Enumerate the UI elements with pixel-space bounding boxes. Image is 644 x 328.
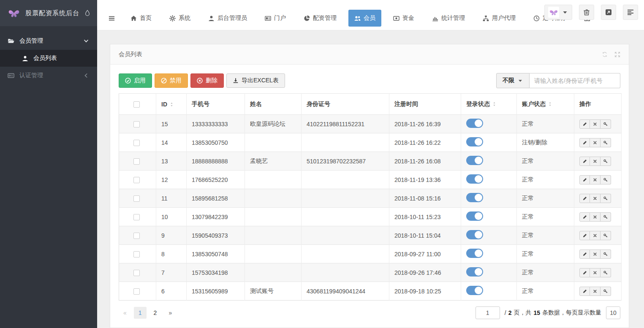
nav-item-label: 首页 [140,14,152,22]
col-header-1: 手机号 [187,94,245,115]
delete-button[interactable]: 删除 [190,73,224,88]
cell-account-status: 正常 [517,171,574,189]
login-toggle[interactable] [466,230,483,239]
edit-button[interactable] [579,138,590,147]
row-checkbox[interactable] [133,270,140,276]
row-checkbox[interactable] [133,140,140,146]
row-checkbox[interactable] [133,158,140,165]
row-checkbox[interactable] [133,251,140,258]
export-excel-button[interactable]: 导出EXCEL表 [226,73,285,88]
reset-password-button[interactable] [601,138,611,147]
toggle-knob [475,287,482,294]
row-checkbox[interactable] [133,121,140,127]
nav-item-statistics[interactable]: 统计管理 [426,10,471,27]
reset-password-button[interactable] [601,175,611,184]
nav-item-funds[interactable]: 资金 [387,10,420,27]
check-circle-icon [125,78,131,84]
nav-item-allocation[interactable]: 配资管理 [298,10,342,27]
theme-drop-icon[interactable] [84,9,90,17]
login-toggle[interactable] [466,249,483,258]
remove-button[interactable] [590,268,601,277]
col-header-6[interactable]: 账户状态 [517,94,574,115]
enable-button[interactable]: 启用 [119,73,152,88]
remove-button[interactable] [590,175,601,184]
edit-button[interactable] [579,194,590,203]
edit-button[interactable] [579,175,590,184]
row-checkbox[interactable] [133,233,140,239]
external-link-button[interactable] [601,5,616,20]
login-toggle[interactable] [466,137,483,146]
col-header-0[interactable]: ID [156,94,187,115]
row-checkbox[interactable] [133,195,140,202]
user-menu-button[interactable] [544,5,572,20]
delete-button-label: 删除 [206,77,217,84]
edit-button[interactable] [579,157,590,166]
edit-button[interactable] [579,287,590,296]
disable-button[interactable]: 禁用 [155,73,188,88]
col-header-5[interactable]: 登录状态 [461,94,517,115]
sidebar-item-label: 会员管理 [19,37,43,45]
select-all-checkbox[interactable] [133,101,140,108]
cell-checkbox [119,226,156,245]
remove-button[interactable] [590,194,601,203]
remove-button[interactable] [590,231,601,240]
login-toggle[interactable] [466,286,483,295]
reset-password-button[interactable] [601,194,611,203]
reset-password-button[interactable] [601,268,611,277]
nav-item-members[interactable]: 会员 [348,10,381,27]
sidebar-subitem-member-list[interactable]: 会员列表 [0,50,97,67]
edit-button[interactable] [579,119,590,129]
trash-icon [583,9,590,16]
login-toggle[interactable] [466,193,483,202]
refresh-icon[interactable] [602,52,608,57]
reset-password-button[interactable] [601,287,611,296]
reset-password-button[interactable] [601,157,611,166]
trash-button[interactable] [579,5,594,20]
login-toggle[interactable] [466,156,483,165]
page-button-1[interactable]: 1 [134,307,147,319]
page-button-2[interactable]: 2 [149,307,162,319]
nav-item-agents[interactable]: 用户代理 [477,10,522,27]
nav-item-system[interactable]: 系统 [163,10,196,27]
reset-password-button[interactable] [601,212,611,222]
remove-button[interactable] [590,249,601,259]
row-checkbox[interactable] [133,288,140,295]
remove-button[interactable] [590,138,601,147]
login-toggle[interactable] [466,119,483,128]
reset-password-button[interactable] [601,249,611,259]
login-toggle[interactable] [466,267,483,276]
prev-page-button[interactable]: « [119,307,131,319]
edit-button[interactable] [579,249,590,259]
filter-dropdown-button[interactable]: 不限 [496,73,530,88]
sidebar-item-member-management[interactable]: 会员管理 [0,32,97,50]
login-toggle[interactable] [466,174,483,184]
fullscreen-icon[interactable] [614,52,620,57]
sidebar-toggle-button[interactable] [105,11,119,26]
next-page-button[interactable]: » [164,307,177,319]
remove-button[interactable] [590,157,601,166]
remove-button[interactable] [590,212,601,222]
key-icon [603,178,608,182]
row-checkbox[interactable] [133,214,140,220]
pages-text: 页，共 [514,309,531,317]
list-panel-button[interactable] [623,5,638,20]
edit-button[interactable] [579,268,590,277]
sidebar-item-auth-management[interactable]: 认证管理 [0,67,97,84]
page-size-input[interactable] [606,306,620,319]
reset-password-button[interactable] [601,119,611,129]
action-group [579,119,611,129]
reset-password-button[interactable] [601,231,611,240]
cell-actions [574,189,622,208]
nav-item-home[interactable]: 首页 [125,10,158,27]
edit-button[interactable] [579,231,590,240]
login-toggle[interactable] [466,211,483,221]
page-jump-input[interactable] [476,306,500,319]
search-input[interactable] [530,73,620,88]
remove-button[interactable] [590,287,601,296]
nav-item-portal[interactable]: 门户 [259,10,292,27]
row-checkbox[interactable] [133,177,140,183]
home-icon [130,15,137,22]
nav-item-admins[interactable]: 后台管理员 [202,10,253,27]
remove-button[interactable] [590,119,601,129]
edit-button[interactable] [579,212,590,222]
